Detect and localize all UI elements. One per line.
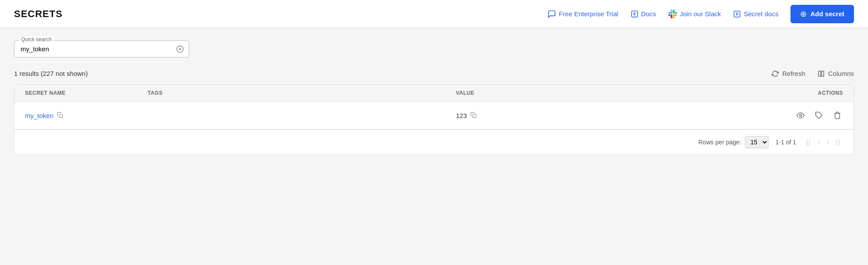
- table-row: my_token 123: [14, 102, 854, 129]
- add-secret-button[interactable]: ⊕ Add secret: [790, 5, 854, 23]
- refresh-label: Refresh: [782, 70, 805, 77]
- add-secret-label: Add secret: [810, 10, 844, 18]
- trash-icon: [833, 111, 841, 119]
- header: SECRETS Free Enterprise Trial Docs: [0, 0, 868, 28]
- col-header-actions: ACTIONS: [764, 90, 843, 96]
- chat-icon: [547, 10, 556, 18]
- search-label: Quick search: [19, 36, 53, 43]
- secret-docs-icon: [733, 10, 741, 18]
- tag-button[interactable]: [813, 110, 825, 121]
- table-header: SECRET NAME TAGS VALUE ACTIONS: [14, 85, 854, 102]
- columns-icon: [818, 70, 825, 77]
- free-trial-label: Free Enterprise Trial: [559, 10, 618, 18]
- delete-button[interactable]: [832, 110, 843, 121]
- page-nav: ⟨| ‹ › |⟩: [803, 136, 843, 148]
- search-clear-button[interactable]: [176, 45, 184, 53]
- tag-icon: [815, 111, 823, 119]
- search-input[interactable]: [14, 40, 189, 57]
- results-actions: Refresh Columns: [772, 70, 854, 77]
- prev-page-button[interactable]: ‹: [815, 136, 822, 148]
- copy-name-icon[interactable]: [57, 112, 63, 119]
- col-header-tags: TAGS: [148, 90, 456, 96]
- secret-name-value: my_token: [25, 112, 53, 119]
- copy-value-icon[interactable]: [470, 112, 476, 119]
- slack-link[interactable]: Join our Slack: [668, 10, 721, 18]
- header-actions: Free Enterprise Trial Docs: [547, 5, 854, 23]
- first-page-button[interactable]: ⟨|: [803, 136, 813, 148]
- secret-value: 123: [456, 112, 467, 119]
- secret-docs-label: Secret docs: [744, 10, 778, 18]
- svg-point-7: [800, 115, 802, 117]
- slack-label: Join our Slack: [680, 10, 721, 18]
- last-page-button[interactable]: |⟩: [833, 136, 843, 148]
- rows-per-page-select[interactable]: 10 15 25 50: [745, 136, 769, 148]
- pagination: Rows per page: 10 15 25 50 1-1 of 1 ⟨| ‹…: [14, 129, 854, 154]
- main-content: Quick search 1 results (227 not shown) R…: [0, 28, 868, 167]
- row-actions: [764, 110, 843, 121]
- free-trial-link[interactable]: Free Enterprise Trial: [547, 10, 618, 18]
- secret-value-cell: 123: [456, 112, 764, 119]
- docs-link[interactable]: Docs: [631, 10, 656, 18]
- refresh-button[interactable]: Refresh: [772, 70, 805, 77]
- secrets-table: SECRET NAME TAGS VALUE ACTIONS my_token: [14, 84, 854, 155]
- svg-rect-5: [59, 114, 63, 118]
- search-container: Quick search: [14, 40, 189, 57]
- secret-name-link[interactable]: my_token: [25, 112, 148, 119]
- refresh-icon: [772, 70, 779, 77]
- columns-button[interactable]: Columns: [818, 70, 854, 77]
- view-button[interactable]: [795, 110, 806, 121]
- page-info: 1-1 of 1: [776, 139, 796, 146]
- docs-icon: [631, 10, 639, 18]
- svg-rect-4: [822, 71, 824, 76]
- rows-per-page-label: Rows per page:: [698, 139, 741, 146]
- columns-label: Columns: [828, 70, 854, 77]
- secret-name-cell: my_token: [25, 112, 148, 119]
- next-page-button[interactable]: ›: [824, 136, 832, 148]
- secret-docs-link[interactable]: Secret docs: [733, 10, 778, 18]
- svg-rect-6: [473, 114, 476, 118]
- rows-per-page: Rows per page: 10 15 25 50: [698, 136, 768, 148]
- col-header-value: VALUE: [456, 90, 764, 96]
- col-header-name: SECRET NAME: [25, 90, 148, 96]
- results-bar: 1 results (227 not shown) Refresh Column…: [14, 70, 854, 77]
- results-count: 1 results (227 not shown): [14, 70, 88, 77]
- slack-icon: [668, 10, 677, 18]
- page-title: SECRETS: [14, 8, 63, 20]
- docs-label: Docs: [641, 10, 656, 18]
- add-secret-plus-icon: ⊕: [800, 9, 807, 19]
- eye-icon: [797, 111, 804, 119]
- svg-rect-3: [819, 71, 821, 76]
